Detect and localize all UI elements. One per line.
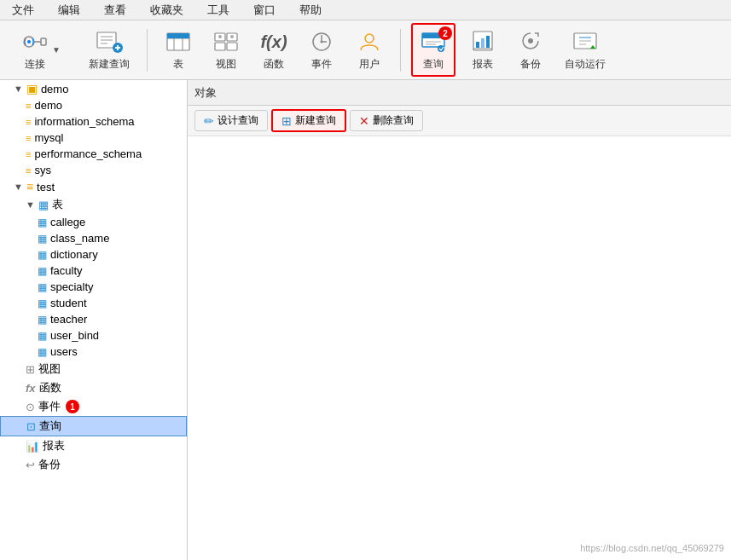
sidebar-table-specialty[interactable]: ▦ specialty <box>0 279 187 295</box>
design-query-icon: ✏ <box>204 114 214 128</box>
sidebar-label-teacher: teacher <box>50 313 87 326</box>
watermark: https://blog.csdn.net/qq_45069279 <box>580 543 724 553</box>
db-icon-sys: ≡ <box>26 165 31 176</box>
test-collapse-icon: ▼ <box>14 182 23 192</box>
sidebar-table-class-name[interactable]: ▦ class_name <box>0 230 187 246</box>
event-icon <box>308 28 335 55</box>
sidebar-label-reports: 报表 <box>43 438 65 453</box>
sidebar-item-test[interactable]: ▼ ≡ test <box>0 178 187 195</box>
sidebar-folder-events[interactable]: ⊙ 事件 1 <box>0 397 187 416</box>
sidebar-table-faculty[interactable]: ▦ faculty <box>0 263 187 279</box>
svg-rect-19 <box>227 43 237 50</box>
table-icon-faculty: ▦ <box>38 265 47 277</box>
sidebar-table-user-bind[interactable]: ▦ user_bind <box>0 327 187 344</box>
db-icon-demo: ≡ <box>26 101 31 111</box>
report-icon <box>469 28 496 55</box>
svg-rect-33 <box>476 42 479 48</box>
report-folder-icon: 📊 <box>26 440 39 453</box>
view-icon <box>212 28 240 55</box>
backup-icon <box>517 28 544 55</box>
menu-help[interactable]: 帮助 <box>294 1 327 20</box>
new-query-label: 新建查询 <box>89 57 130 72</box>
sidebar-label-demo: demo <box>34 99 62 112</box>
test-db-icon: ≡ <box>26 180 33 193</box>
sidebar-table-dictionary[interactable]: ▦ dictionary <box>0 246 187 263</box>
new-query-group[interactable]: 新建查询 <box>82 25 136 75</box>
table-icon-classname: ▦ <box>38 233 47 245</box>
sidebar-table-users[interactable]: ▦ users <box>0 344 187 360</box>
divider1 <box>147 29 148 72</box>
table-icon-specialty: ▦ <box>38 281 47 293</box>
sidebar-label-faculty: faculty <box>50 264 83 277</box>
content-area: 对象 ✏ 设计查询 ⊞ 新建查询 ✕ 删除查询 <box>188 80 731 560</box>
design-query-button[interactable]: ✏ 设计查询 <box>194 110 268 131</box>
autorun-group[interactable]: 自动运行 <box>558 25 612 75</box>
sidebar-table-callege[interactable]: ▦ callege <box>0 214 187 230</box>
db-icon-infoschema: ≡ <box>26 117 31 127</box>
sidebar-item-sys[interactable]: ≡ sys <box>0 162 187 178</box>
sidebar-table-teacher[interactable]: ▦ teacher <box>0 311 187 327</box>
sidebar-folder-tables[interactable]: ▼ ▦ 表 <box>0 195 187 214</box>
sidebar-label-sys: sys <box>34 164 51 176</box>
autorun-label: 自动运行 <box>565 57 606 72</box>
sidebar-item-mysql[interactable]: ≡ mysql <box>0 130 187 146</box>
function-icon: f(x) <box>260 28 287 55</box>
sidebar-folder-reports[interactable]: 📊 报表 <box>0 436 187 455</box>
db-icon-mysql: ≡ <box>26 133 31 143</box>
svg-point-20 <box>218 35 222 38</box>
tables-collapse-icon: ▼ <box>26 199 35 210</box>
sidebar-table-student[interactable]: ▦ student <box>0 295 187 311</box>
sidebar-label-dictionary: dictionary <box>50 248 98 261</box>
menu-favorites[interactable]: 收藏夹 <box>145 1 189 20</box>
menu-window[interactable]: 窗口 <box>248 1 281 20</box>
event-folder-icon: ⊙ <box>26 401 35 413</box>
table-icon-dictionary: ▦ <box>38 249 47 261</box>
view-folder-icon: ⊞ <box>26 363 35 376</box>
sidebar-folder-functions[interactable]: fx 函数 <box>0 378 187 397</box>
svg-point-3 <box>27 40 31 43</box>
delete-query-button[interactable]: ✕ 删除查询 <box>350 110 423 131</box>
report-label: 报表 <box>473 57 493 72</box>
table-icon <box>165 28 192 55</box>
function-group[interactable]: f(x) 函数 <box>253 25 294 75</box>
event-group[interactable]: 事件 <box>301 25 342 75</box>
query-label-toolbar: 查询 <box>423 57 444 72</box>
sidebar-root-demo[interactable]: ▼ ▣ demo <box>0 80 187 97</box>
autorun-icon <box>571 28 599 55</box>
svg-rect-34 <box>481 38 484 48</box>
report-group[interactable]: 报表 <box>462 25 503 75</box>
function-label: 函数 <box>264 57 284 72</box>
sidebar-item-information-schema[interactable]: ≡ information_schema <box>0 113 187 130</box>
menu-view[interactable]: 查看 <box>99 1 131 20</box>
sidebar-folder-queries[interactable]: ⊡ 查询 <box>0 416 187 436</box>
table-group[interactable]: 表 <box>158 25 199 75</box>
table-icon-student: ▦ <box>38 297 47 309</box>
demo-root-icon: ▣ <box>26 82 38 95</box>
sidebar-label-queries: 查询 <box>39 419 61 434</box>
user-group[interactable]: 用户 <box>349 25 390 75</box>
table-icon-userbind: ▦ <box>38 330 47 342</box>
sidebar-item-performance-schema[interactable]: ≡ performance_schema <box>0 146 187 162</box>
backup-label: 备份 <box>520 57 541 72</box>
sidebar-folder-views[interactable]: ⊞ 视图 <box>0 360 187 378</box>
menu-edit[interactable]: 编辑 <box>53 1 85 20</box>
sidebar-item-demo-db[interactable]: ≡ demo <box>0 97 187 113</box>
content-main <box>188 136 731 560</box>
sidebar-folder-backups[interactable]: ↩ 备份 <box>0 455 187 474</box>
menu-file[interactable]: 文件 <box>7 1 39 20</box>
toolbar: 连接 ▼ 新建查询 <box>0 20 731 80</box>
sidebar-label-events: 事件 <box>38 399 61 414</box>
menu-tools[interactable]: 工具 <box>202 1 235 20</box>
view-label: 视图 <box>216 57 236 72</box>
query-group[interactable]: 2 查询 <box>411 23 455 77</box>
sidebar-label-test: test <box>37 181 55 193</box>
new-query-icon <box>96 28 123 55</box>
view-group[interactable]: 视图 <box>206 25 247 75</box>
query-badge: 2 <box>438 26 452 40</box>
new-query-content-button[interactable]: ⊞ 新建查询 <box>271 109 346 132</box>
backup-group[interactable]: 备份 <box>510 25 551 75</box>
demo-root-label: demo <box>41 83 69 95</box>
new-query-content-label: 新建查询 <box>295 113 336 128</box>
connect-group[interactable]: 连接 ▼ <box>7 25 75 75</box>
table-icon-users: ▦ <box>38 346 47 358</box>
